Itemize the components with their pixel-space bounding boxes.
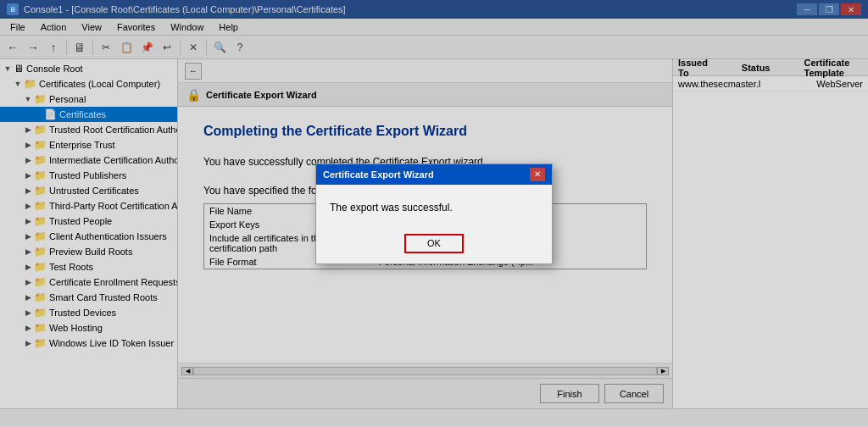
dialog-message: The export was successful. [330, 202, 453, 214]
dialog-titlebar: Certificate Export Wizard ✕ [316, 164, 552, 185]
dialog-export-success: Certificate Export Wizard ✕ The export w… [315, 164, 553, 264]
modal-overlay: Certificate Export Wizard ✕ The export w… [0, 0, 868, 427]
dialog-close-button[interactable]: ✕ [530, 168, 545, 181]
dialog-title-text: Certificate Export Wizard [323, 169, 434, 180]
dialog-body: The export was successful. [316, 185, 552, 227]
dialog-ok-button[interactable]: OK [404, 234, 464, 253]
dialog-footer: OK [316, 227, 552, 263]
